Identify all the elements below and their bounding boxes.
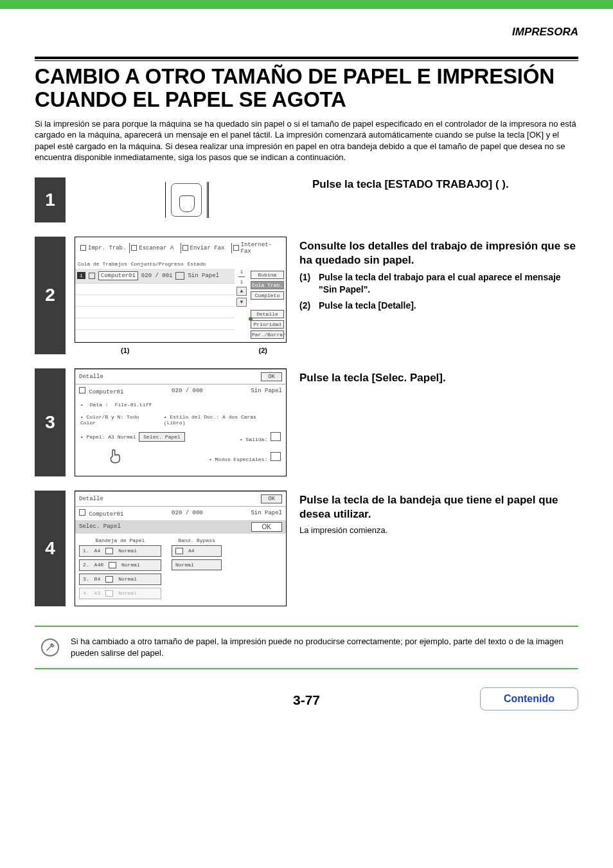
step-number-1: 1 bbox=[35, 177, 66, 222]
detail-job: Computer01 bbox=[89, 511, 123, 518]
detail-title: Detalle bbox=[79, 496, 103, 502]
tray-slot: 2. bbox=[83, 562, 89, 568]
tray-slot: 1. bbox=[83, 548, 89, 554]
top-green-bar bbox=[0, 0, 613, 9]
bypass-size-button[interactable]: A4 bbox=[172, 545, 222, 557]
tray-1-button[interactable]: 1. A4 Normal bbox=[79, 545, 161, 557]
paper-value: A3 Normal bbox=[108, 434, 136, 440]
output-label: Salida: bbox=[246, 437, 268, 442]
tray-icon bbox=[105, 548, 113, 554]
step1-heading: Pulse la tecla [ESTADO TRABAJO] ( ). bbox=[312, 177, 578, 192]
ok-button[interactable]: OK bbox=[261, 494, 282, 503]
tab-label: Escanear A bbox=[139, 245, 173, 251]
tray-size: A3 bbox=[94, 590, 101, 596]
callout-dot bbox=[249, 317, 253, 321]
job-status: Sin Papel bbox=[188, 273, 219, 279]
scan-icon bbox=[131, 245, 137, 251]
job-index: 1 bbox=[77, 272, 85, 279]
title-rule bbox=[35, 57, 578, 61]
spool-button[interactable]: Bobina bbox=[251, 271, 284, 279]
select-paper-title: Selec. Papel bbox=[79, 523, 121, 530]
fax-icon bbox=[182, 245, 188, 251]
tray-type: Normal bbox=[118, 548, 137, 554]
ok-button[interactable]: OK bbox=[261, 372, 282, 381]
bypass-icon bbox=[175, 548, 183, 554]
hand-icon bbox=[171, 183, 202, 217]
tray-icon bbox=[105, 576, 113, 583]
select-paper-button[interactable]: Selec. Papel bbox=[139, 432, 185, 442]
step4-heading: Pulse la tecla de la bandeja que tiene e… bbox=[299, 493, 578, 521]
tab-scan-to[interactable]: Escanear A bbox=[130, 243, 181, 253]
tab-label: Enviar Fax bbox=[190, 245, 225, 251]
priority-button[interactable]: Prioridad bbox=[251, 320, 284, 329]
job-row[interactable]: 1 Computer01 020 / 001 Sin Papel bbox=[75, 269, 235, 284]
pc-icon bbox=[89, 273, 95, 279]
tray-type: Normal bbox=[118, 590, 137, 596]
step-number-2: 2 bbox=[35, 237, 66, 354]
scroll-down-icon[interactable]: ▼ bbox=[236, 298, 247, 307]
col-progress: Conjunto/Progreso bbox=[131, 261, 184, 267]
scroll-pos-bot: 1 bbox=[240, 279, 244, 285]
note-box: Si ha cambiado a otro tamaño de papel, l… bbox=[35, 626, 578, 669]
note-text: Si ha cambiado a otro tamaño de papel, l… bbox=[71, 636, 572, 659]
bypass-type-button[interactable]: Normal bbox=[172, 559, 222, 570]
tab-send-fax[interactable]: Enviar Fax bbox=[181, 243, 232, 253]
tray-type: Normal bbox=[121, 562, 140, 568]
printer-icon bbox=[80, 245, 86, 251]
tray-3-button[interactable]: 3. B4 Normal bbox=[79, 574, 161, 585]
detail-progress: 020 / 000 bbox=[172, 510, 203, 516]
tab-print-job[interactable]: Impr. Trab. bbox=[79, 243, 130, 253]
data-label: Data : bbox=[90, 402, 109, 408]
col-queue: Cola de Trabajos bbox=[78, 261, 127, 267]
job-queue-button[interactable]: Cola Trab. bbox=[251, 281, 284, 289]
style-label: Estilo del Doc.: bbox=[170, 414, 219, 420]
ok-button[interactable]: OK bbox=[251, 522, 282, 532]
tray-icon bbox=[105, 590, 113, 597]
job-status-panel: Impr. Trab. Escanear A Enviar Fax Intern… bbox=[75, 237, 287, 343]
tray-4-button: 4. A3 Normal bbox=[79, 588, 161, 599]
tab-internet-fax[interactable]: Internet-Fax bbox=[232, 240, 282, 257]
scroll-pos-top: 1 bbox=[240, 269, 244, 275]
detail-job: Computer01 bbox=[89, 389, 123, 395]
callout-2: (2) bbox=[259, 347, 267, 354]
pc-icon bbox=[79, 387, 85, 393]
bypass-size: A4 bbox=[188, 548, 195, 554]
tray-type: Normal bbox=[118, 576, 137, 582]
detail-status: Sin Papel bbox=[251, 510, 282, 516]
color-label: Color/B y N: bbox=[87, 414, 124, 420]
bypass-type: Normal bbox=[175, 562, 194, 568]
tray-size: A4 bbox=[94, 548, 101, 554]
scroll-up-icon[interactable]: ▲ bbox=[236, 287, 247, 296]
substep-2-text: Pulse la tecla [Detalle]. bbox=[319, 300, 578, 312]
paper-label: Papel: bbox=[87, 434, 105, 440]
tray-slot: 4. bbox=[83, 590, 89, 596]
paper-empty-icon bbox=[175, 272, 184, 280]
detail-status: Sin Papel bbox=[251, 388, 282, 394]
intro-paragraph: Si la impresión se para porque la máquin… bbox=[35, 118, 578, 163]
bypass-column-title: Band. Bypass bbox=[172, 538, 222, 543]
step-number-4: 4 bbox=[35, 491, 66, 606]
substep-2-label: (2) bbox=[299, 300, 319, 312]
tray-column-title: Bandeja de Papel bbox=[79, 538, 161, 543]
substep-1-label: (1) bbox=[299, 271, 319, 296]
tab-label: Impr. Trab. bbox=[88, 245, 126, 251]
tray-2-button[interactable]: 2. A4R Normal bbox=[79, 559, 161, 571]
callout-1: (1) bbox=[121, 347, 129, 354]
detail-button[interactable]: Detalle bbox=[251, 310, 284, 318]
contents-button[interactable]: Contenido bbox=[480, 687, 578, 710]
page-title: CAMBIO A OTRO TAMAÑO DE PAPEL E IMPRESIÓ… bbox=[35, 65, 578, 112]
pc-icon bbox=[79, 509, 85, 516]
complete-button[interactable]: Completo bbox=[251, 291, 284, 300]
page-number: 3-77 bbox=[293, 692, 320, 708]
step-number-3: 3 bbox=[35, 368, 66, 476]
stop-delete-button[interactable]: Par./Borrar bbox=[251, 330, 284, 339]
job-progress: 020 / 001 bbox=[141, 273, 173, 279]
tray-icon bbox=[109, 562, 116, 568]
modes-label: Modos Especiales: bbox=[215, 457, 268, 462]
detail-progress: 020 / 000 bbox=[172, 388, 203, 394]
special-modes-icon bbox=[271, 452, 281, 461]
output-tray-icon bbox=[271, 432, 281, 441]
note-icon bbox=[41, 638, 59, 656]
step4-body: La impresión comienza. bbox=[299, 525, 578, 535]
hand-cursor-icon bbox=[106, 446, 125, 466]
